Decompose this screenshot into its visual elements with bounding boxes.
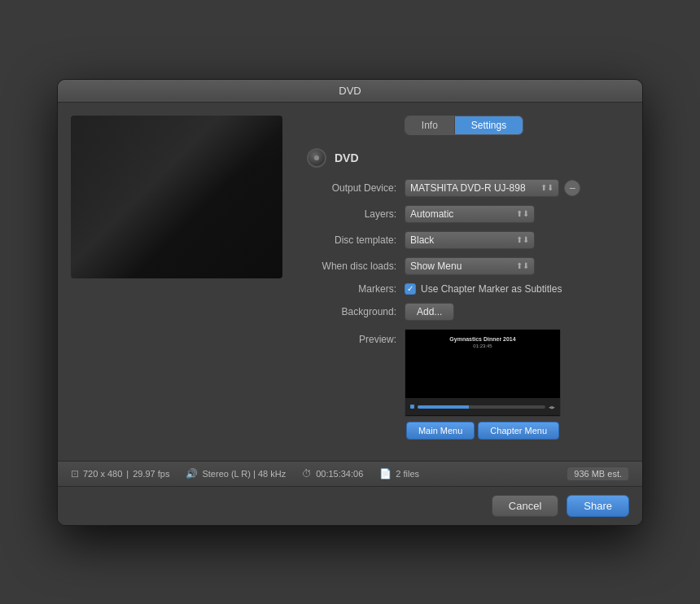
preview-content: Gymnastics Dinner 2014 01:23:45: [405, 330, 560, 399]
top-section: Info Settings DVD Output Device:: [71, 116, 629, 448]
layers-control: Automatic ⬆⬇: [405, 205, 629, 223]
resolution-status: ⊡ 720 x 480 | 29.97 fps: [71, 468, 169, 479]
background-add-button[interactable]: Add...: [405, 303, 454, 321]
chapter-markers-checkbox[interactable]: ✓: [405, 283, 416, 295]
preview-progress-fill: [418, 405, 469, 409]
preview-row: Preview: Gymnastics Dinner 2014 01:23:45: [299, 329, 629, 440]
preview-progress-bar: [418, 405, 545, 409]
fps-value: 29.97 fps: [133, 469, 169, 479]
output-device-arrow-icon: ⬆⬇: [540, 183, 553, 192]
layers-row: Layers: Automatic ⬆⬇: [299, 205, 629, 223]
preview-control: Gymnastics Dinner 2014 01:23:45 ◀▶: [405, 329, 629, 440]
dvd-disc-icon: [307, 148, 326, 168]
files-value: 2 files: [396, 469, 419, 479]
disc-template-control: Black ⬆⬇: [405, 231, 629, 249]
resolution-value: 720 x 480: [83, 469, 122, 479]
minus-icon: −: [569, 182, 575, 194]
content-area: Info Settings DVD Output Device:: [58, 103, 642, 461]
disc-template-arrow-icon: ⬆⬇: [516, 235, 529, 244]
background-label: Background:: [299, 306, 405, 317]
dvd-header: DVD: [299, 148, 629, 168]
background-row: Background: Add...: [299, 303, 629, 321]
thumbnail-preview: [71, 116, 282, 278]
tab-group: Info Settings: [405, 116, 523, 135]
markers-checkbox-row: ✓ Use Chapter Marker as Subtitles: [405, 283, 562, 295]
background-control: Add...: [405, 303, 629, 321]
preview-time-indicator: ◀▶: [549, 405, 555, 409]
preview-video-time: 01:23:45: [473, 344, 492, 348]
cancel-button[interactable]: Cancel: [492, 495, 558, 517]
output-device-value: MATSHITA DVD-R UJ-898: [410, 182, 526, 194]
preview-video-title: Gymnastics Dinner 2014: [449, 336, 515, 342]
disc-template-value: Black: [410, 234, 434, 246]
fps-separator: |: [126, 469, 129, 479]
preview-box: Gymnastics Dinner 2014 01:23:45 ◀▶: [405, 329, 561, 417]
dvd-window: DVD Info Settings: [57, 79, 643, 526]
chapter-menu-button[interactable]: Chapter Menu: [478, 422, 559, 440]
disc-template-row: Disc template: Black ⬆⬇: [299, 231, 629, 249]
layers-label: Layers:: [299, 208, 405, 220]
status-bar: ⊡ 720 x 480 | 29.97 fps 🔊 Stereo (L R) |…: [58, 461, 642, 487]
markers-label: Markers:: [299, 283, 405, 295]
audio-icon: 🔊: [186, 468, 198, 479]
dvd-icon-inner: [314, 155, 319, 160]
output-device-select[interactable]: MATSHITA DVD-R UJ-898 ⬆⬇: [405, 179, 559, 197]
when-disc-loads-label: When disc loads:: [299, 260, 405, 272]
titlebar: DVD: [58, 80, 642, 103]
when-disc-loads-control: Show Menu ⬆⬇: [405, 257, 629, 275]
checkmark-icon: ✓: [407, 285, 413, 293]
tab-settings[interactable]: Settings: [455, 116, 523, 134]
audio-status: 🔊 Stereo (L R) | 48 kHz: [186, 468, 286, 479]
preview-buttons: Main Menu Chapter Menu: [406, 422, 559, 440]
when-disc-loads-select[interactable]: Show Menu ⬆⬇: [405, 257, 535, 275]
dvd-label: DVD: [335, 151, 359, 164]
disc-template-label: Disc template:: [299, 234, 405, 246]
remove-device-button[interactable]: −: [564, 180, 580, 196]
when-disc-loads-row: When disc loads: Show Menu ⬆⬇: [299, 257, 629, 275]
tab-bar: Info Settings: [299, 116, 629, 135]
chapter-markers-label: Use Chapter Marker as Subtitles: [421, 283, 562, 295]
markers-control: ✓ Use Chapter Marker as Subtitles: [405, 283, 629, 295]
layers-select[interactable]: Automatic ⬆⬇: [405, 205, 535, 223]
settings-panel: Info Settings DVD Output Device:: [299, 116, 629, 448]
output-device-label: Output Device:: [299, 182, 405, 194]
duration-status: ⏱ 00:15:34:06: [302, 468, 363, 479]
preview-label: Preview:: [299, 329, 405, 345]
when-disc-loads-value: Show Menu: [410, 260, 462, 272]
output-device-control: MATSHITA DVD-R UJ-898 ⬆⬇ −: [405, 179, 629, 197]
preview-section: Gymnastics Dinner 2014 01:23:45 ◀▶: [405, 329, 561, 440]
preview-bar: ◀▶: [405, 398, 560, 415]
main-menu-button[interactable]: Main Menu: [406, 422, 475, 440]
footer: Cancel Share: [58, 487, 642, 525]
preview-play-indicator: [410, 405, 414, 409]
duration-value: 00:15:34:06: [316, 469, 363, 479]
audio-value: Stereo (L R) | 48 kHz: [202, 469, 286, 479]
files-icon: 📄: [379, 468, 392, 479]
disc-template-select[interactable]: Black ⬆⬇: [405, 231, 535, 249]
size-estimate-badge: 936 MB est.: [567, 466, 629, 481]
clock-icon: ⏱: [302, 468, 312, 479]
when-disc-loads-arrow-icon: ⬆⬇: [516, 261, 529, 270]
layers-arrow-icon: ⬆⬇: [516, 209, 529, 218]
resolution-icon: ⊡: [71, 468, 79, 479]
layers-value: Automatic: [410, 208, 453, 220]
output-device-row: Output Device: MATSHITA DVD-R UJ-898 ⬆⬇ …: [299, 179, 629, 197]
window-title: DVD: [339, 85, 361, 97]
tab-info[interactable]: Info: [405, 116, 455, 134]
markers-row: Markers: ✓ Use Chapter Marker as Subtitl…: [299, 283, 629, 295]
share-button[interactable]: Share: [567, 495, 629, 517]
files-status: 📄 2 files: [379, 468, 419, 479]
